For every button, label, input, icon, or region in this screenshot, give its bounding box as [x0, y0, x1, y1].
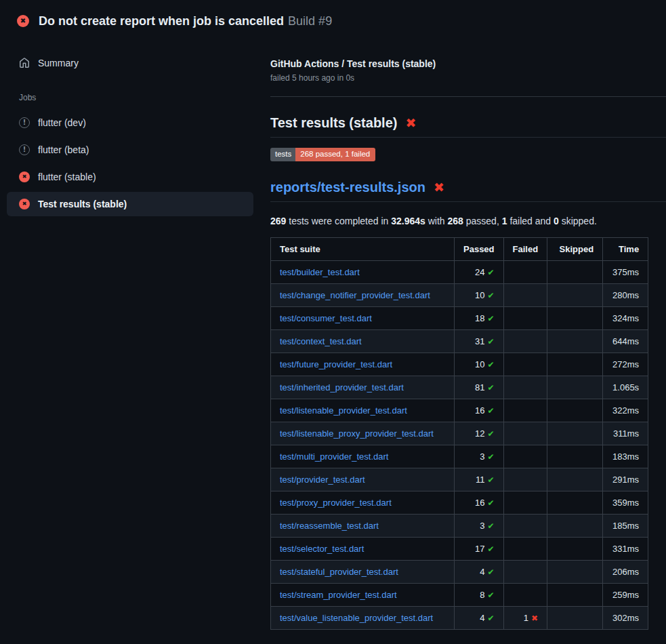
failed-cell — [503, 538, 547, 561]
check-icon: ✔ — [487, 452, 494, 462]
skipped-cell — [547, 376, 603, 399]
table-header-row: Test suitePassedFailedSkippedTime — [271, 238, 648, 261]
summary-segment: 1 — [502, 216, 507, 226]
check-icon: ✔ — [487, 314, 494, 323]
sidebar-item-flutter-stable[interactable]: ✖flutter (stable) — [7, 165, 253, 189]
time-cell: 183ms — [603, 445, 648, 468]
test-suite-link[interactable]: test/builder_test.dart — [280, 267, 360, 277]
test-suite-link[interactable]: test/value_listenable_provider_test.dart — [280, 613, 433, 623]
time-cell: 302ms — [603, 607, 648, 630]
sidebar-item-test-results-stable[interactable]: ✖Test results (stable) — [7, 192, 253, 216]
job-label: flutter (dev) — [38, 117, 86, 128]
breadcrumb[interactable]: GitHub Actions / Test results (stable) — [270, 58, 666, 69]
run-header: ✖ Do not create report when job is cance… — [0, 0, 666, 28]
divider — [270, 96, 666, 97]
check-icon: ✔ — [487, 567, 494, 577]
failed-cell — [503, 353, 547, 376]
test-suite-link[interactable]: test/inherited_provider_test.dart — [280, 382, 404, 393]
failed-cell — [503, 307, 547, 330]
tests-badge: tests 268 passed, 1 failed — [270, 148, 375, 161]
test-suite-link[interactable]: test/selector_test.dart — [280, 544, 364, 554]
passed-cell: 11✔ — [455, 468, 504, 491]
summary-segment: tests were completed in — [286, 216, 391, 226]
test-suite-link[interactable]: test/multi_provider_test.dart — [280, 451, 388, 462]
passed-cell: 31✔ — [455, 330, 504, 353]
test-suite-link[interactable]: test/consumer_test.dart — [280, 313, 372, 323]
passed-count: 10 — [475, 290, 484, 300]
check-icon: ✔ — [487, 429, 494, 439]
time-cell: 322ms — [603, 399, 648, 422]
test-suite-link[interactable]: test/listenable_provider_test.dart — [280, 405, 407, 416]
test-suite-link[interactable]: test/proxy_provider_test.dart — [280, 498, 392, 508]
build-number: Build #9 — [288, 14, 332, 28]
time-cell: 272ms — [603, 353, 648, 376]
table-row: test/provider_test.dart11✔291ms — [271, 468, 648, 491]
passed-count: 11 — [476, 475, 485, 485]
suite-cell: test/listenable_proxy_provider_test.dart — [271, 422, 455, 445]
skipped-cell — [547, 607, 603, 630]
jobs-section-label: Jobs — [19, 93, 253, 102]
table-row: test/stream_provider_test.dart8✔259ms — [271, 584, 648, 607]
report-file-link[interactable]: reports/test-results.json — [270, 178, 425, 196]
table-row: test/selector_test.dart17✔331ms — [271, 538, 648, 561]
test-suite-link[interactable]: test/stream_provider_test.dart — [280, 590, 397, 600]
summary-segment: 32.964s — [391, 216, 425, 226]
summary-segment: passed, — [463, 216, 502, 226]
passed-count: 16 — [475, 405, 484, 416]
skipped-cell — [547, 353, 603, 376]
test-suite-link[interactable]: test/provider_test.dart — [280, 475, 365, 485]
failed-x-icon: ✖ — [19, 172, 30, 182]
column-header-passed: Passed — [455, 238, 504, 261]
failed-cell — [503, 376, 547, 399]
table-row: test/multi_provider_test.dart3✔183ms — [271, 445, 648, 468]
check-icon: ✔ — [487, 383, 494, 393]
skipped-cell — [547, 515, 603, 538]
section-heading-text: Test results (stable) — [270, 114, 397, 132]
suite-cell: test/stream_provider_test.dart — [271, 584, 455, 607]
passed-count: 3 — [480, 451, 484, 462]
passed-cell: 10✔ — [455, 284, 504, 307]
skipped-cell — [547, 307, 603, 330]
sidebar-item-flutter-beta[interactable]: !flutter (beta) — [7, 138, 253, 162]
passed-count: 17 — [475, 544, 484, 554]
column-header-time: Time — [603, 238, 648, 261]
sidebar-item-flutter-dev[interactable]: !flutter (dev) — [7, 110, 253, 135]
table-row: test/reassemble_test.dart3✔185ms — [271, 515, 648, 538]
test-suite-link[interactable]: test/stateful_provider_test.dart — [280, 567, 398, 577]
page-title: Do not create report when job is cancell… — [39, 14, 332, 28]
test-suite-link[interactable]: test/future_provider_test.dart — [280, 359, 392, 369]
table-row: test/value_listenable_provider_test.dart… — [271, 607, 648, 630]
check-icon: ✔ — [487, 291, 494, 300]
passed-count: 3 — [480, 521, 484, 531]
passed-cell: 4✔ — [455, 561, 504, 584]
suite-cell: test/future_provider_test.dart — [271, 353, 455, 376]
test-suite-link[interactable]: test/listenable_proxy_provider_test.dart — [280, 428, 434, 439]
suite-cell: test/context_test.dart — [271, 330, 455, 353]
summary-segment: failed and — [507, 216, 554, 226]
passed-cell: 8✔ — [455, 584, 504, 607]
failed-cell — [503, 584, 547, 607]
skipped-cell — [547, 261, 603, 284]
table-row: test/builder_test.dart24✔375ms — [271, 261, 648, 284]
jobs-list: !flutter (dev)!flutter (beta)✖flutter (s… — [7, 110, 253, 216]
skipped-cell — [547, 399, 603, 422]
failed-cell — [503, 399, 547, 422]
tests-summary-line: 269 tests were completed in 32.964s with… — [270, 216, 666, 226]
suite-cell: test/builder_test.dart — [271, 261, 455, 284]
test-suite-link[interactable]: test/context_test.dart — [280, 336, 362, 346]
suite-cell: test/consumer_test.dart — [271, 307, 455, 330]
test-suite-link[interactable]: test/reassemble_test.dart — [280, 521, 379, 531]
test-suite-link[interactable]: test/change_notifier_provider_test.dart — [280, 290, 430, 300]
suite-cell: test/inherited_provider_test.dart — [271, 376, 455, 399]
passed-count: 18 — [475, 313, 484, 323]
failed-count: 1 — [524, 613, 528, 623]
sidebar-item-summary[interactable]: Summary — [7, 51, 253, 75]
suite-cell: test/value_listenable_provider_test.dart — [271, 607, 455, 630]
summary-segment: 0 — [554, 216, 559, 226]
table-row: test/change_notifier_provider_test.dart1… — [271, 284, 648, 307]
passed-cell: 18✔ — [455, 307, 504, 330]
job-label: flutter (stable) — [38, 172, 96, 182]
summary-segment: skipped. — [559, 216, 597, 226]
passed-cell: 81✔ — [455, 376, 504, 399]
passed-cell: 17✔ — [455, 538, 504, 561]
